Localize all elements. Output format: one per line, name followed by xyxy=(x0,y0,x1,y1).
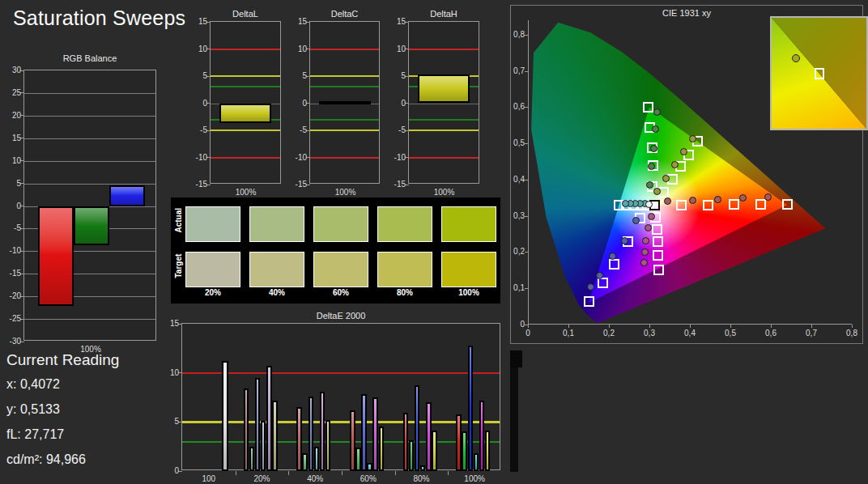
cie-x-tick xyxy=(609,325,610,328)
swatch-percent-label: 100% xyxy=(441,288,496,297)
cie-x-tick-label: 0,4 xyxy=(678,329,702,338)
page-title: Saturation Sweeps xyxy=(13,6,185,30)
swatch-target-40% xyxy=(249,252,304,287)
cie-y-tick xyxy=(525,143,528,144)
delta-e-2000-chart: DeltaE 200005101510020%40%60%80%100% xyxy=(181,323,500,470)
bar-40%-5 xyxy=(326,420,331,471)
limit-line-3 xyxy=(182,441,500,443)
cie-y-tick-label: 0,7 xyxy=(504,66,525,75)
x-axis-label: 100% xyxy=(222,188,270,197)
cie-x-tick-label: 0,6 xyxy=(759,329,783,338)
bar-20%-5 xyxy=(272,401,278,471)
y-axis-tick-label: 5 xyxy=(156,417,179,426)
x-tick xyxy=(448,471,449,475)
actual-blue-2 xyxy=(621,237,628,244)
actual-yellow-1 xyxy=(653,188,661,195)
table-corner-cell xyxy=(510,350,522,367)
y-axis-tick-label: 30 xyxy=(0,66,21,74)
bar-red xyxy=(38,206,74,307)
y-axis-tick-label: 15 xyxy=(156,319,179,328)
y-axis-tick-label: 0 xyxy=(284,99,307,108)
target-red-1 xyxy=(676,200,687,210)
gridline xyxy=(24,161,155,162)
limit-line--3 xyxy=(409,119,479,121)
bar-40%-0 xyxy=(296,407,302,471)
swatch-actual-100% xyxy=(441,206,496,242)
swatch-actual-80% xyxy=(377,206,432,242)
bar-deltaC-bar xyxy=(319,101,371,104)
cie-x-tick-label: 0,3 xyxy=(637,329,662,338)
zero-line xyxy=(409,104,479,104)
y-axis-tick-label: -10 xyxy=(0,246,21,255)
bar-40%-3 xyxy=(314,447,320,471)
cie-y-tick xyxy=(525,35,528,36)
actual-red-5 xyxy=(764,193,772,201)
swatch-actual-20% xyxy=(185,206,240,242)
x-axis-group-label: 40% xyxy=(295,474,335,483)
actual-blue-4 xyxy=(596,272,603,279)
x-axis-label: 100% xyxy=(420,188,469,197)
bar-20%-1 xyxy=(249,447,255,471)
inset-actual-point xyxy=(792,54,800,62)
y-axis-tick-label: -25 xyxy=(0,314,21,323)
cie-y-tick-label: 0,6 xyxy=(504,102,525,111)
cie-x-tick-label: 0 xyxy=(516,329,540,338)
current-reading-value: x: 0,4072 xyxy=(6,377,119,392)
cie-y-tick-label: 0,1 xyxy=(504,283,525,292)
cie-zoom-inset xyxy=(770,16,868,130)
target-blue-5 xyxy=(584,296,594,307)
y-axis-tick-label: -10 xyxy=(284,153,307,162)
bar-60%-2 xyxy=(361,394,367,471)
gridline xyxy=(24,319,155,320)
y-axis-tick-label: 0 xyxy=(383,99,406,108)
color-swatch-panel: ActualTarget20%40%60%80%100% xyxy=(171,197,500,304)
limit-line-+5 xyxy=(211,75,280,77)
limit-line-+10 xyxy=(409,49,479,50)
y-axis-tick-label: -10 xyxy=(185,153,207,162)
actual-red-1 xyxy=(664,197,671,205)
swatch-percent-label: 80% xyxy=(377,288,432,297)
bar-20%-4 xyxy=(266,366,272,471)
cie-y-tick xyxy=(525,325,528,325)
target-red-2 xyxy=(703,200,713,210)
y-axis-tick-label: 15 xyxy=(284,17,307,26)
y-axis-tick-label: 0 xyxy=(156,466,179,475)
actual-red-2 xyxy=(689,197,696,204)
target-magenta-2 xyxy=(652,224,662,235)
y-axis-tick-label: 10 xyxy=(284,45,307,53)
actual-cyan-5 xyxy=(622,200,629,207)
x-axis-label: 100% xyxy=(321,188,370,197)
bar-20%-3 xyxy=(261,421,266,471)
limit-line--10 xyxy=(409,157,479,159)
swatch-target-80% xyxy=(377,252,432,287)
y-axis-tick-label: -5 xyxy=(383,125,406,134)
bar-100%-4 xyxy=(479,401,485,471)
bar-green xyxy=(74,206,109,246)
actual-magenta-1 xyxy=(648,213,655,220)
bar-80%-3 xyxy=(420,465,426,471)
actual-green-2 xyxy=(648,163,655,170)
cie-y-tick-label: 0,4 xyxy=(504,175,525,184)
y-axis-tick-label: -15 xyxy=(0,269,21,278)
y-axis-tick-label: 0 xyxy=(185,99,207,108)
actual-yellow-2 xyxy=(662,175,670,182)
cie-x-tick xyxy=(649,325,650,328)
cie-x-tick-label: 0,1 xyxy=(556,329,581,338)
swatch-target-60% xyxy=(313,252,368,287)
limit-line-+10 xyxy=(310,49,379,50)
cie-x-tick xyxy=(568,325,569,328)
bar-white-100 xyxy=(222,361,228,471)
y-axis-tick-label: -5 xyxy=(0,223,21,232)
delta-c-chart: DeltaC151050-5-10-15100% xyxy=(309,21,380,184)
target-magenta-5 xyxy=(653,265,664,275)
actual-yellow-5 xyxy=(689,135,696,142)
bar-40%-4 xyxy=(320,392,326,471)
gridline xyxy=(24,116,155,117)
actual-yellow-4 xyxy=(680,148,687,155)
cie-y-tick xyxy=(525,107,528,108)
target-red-3 xyxy=(729,199,739,210)
cie-x-tick xyxy=(730,325,731,328)
y-axis-tick-label: 10 xyxy=(185,45,207,53)
bar-deltaL-bar xyxy=(219,104,271,124)
y-axis-tick-label: -15 xyxy=(185,180,207,189)
